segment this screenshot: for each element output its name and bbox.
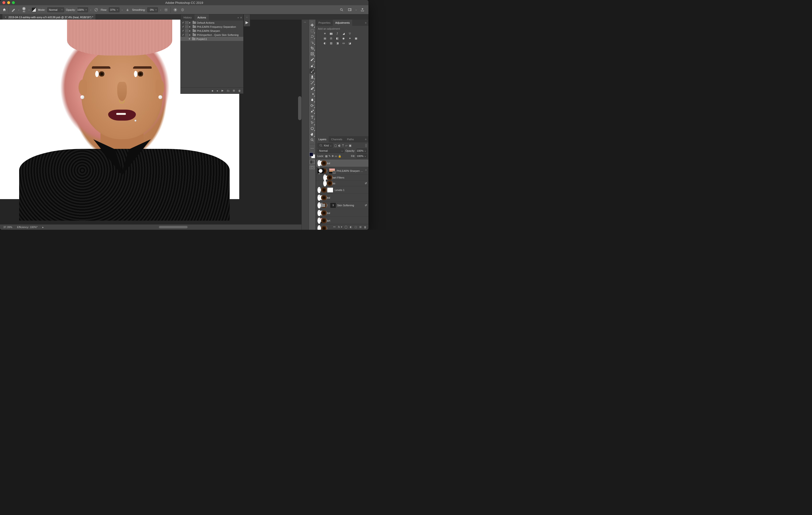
quick-mask-toggle[interactable] [310,160,315,164]
workspace-switcher[interactable] [347,7,352,12]
layer-mask-thumbnail[interactable] [327,188,333,193]
delete-layer-button[interactable]: 🗑 [364,226,367,229]
layer-row[interactable]: 👁 ▸ ⋮ ⊻ Skin Softening ⇄ [316,201,369,209]
zoom-window-button[interactable] [12,1,15,4]
shape-tool[interactable] [309,126,315,131]
action-set-row[interactable]: ✓ ▭ ▸ PHLEARN Frequency Separation [181,25,243,29]
horizontal-scrollbar-track[interactable] [49,226,298,228]
zoom-level[interactable]: 37.39% [3,226,12,229]
layer-name[interactable]: start [325,219,367,222]
collapse-button[interactable]: ‹‹ [246,16,248,19]
visibility-toggle[interactable]: 👁 [317,187,321,193]
dialog-toggle[interactable]: ▭ [185,33,188,36]
color-lookup-icon[interactable]: ▦ [354,36,358,40]
close-window-button[interactable] [2,1,5,4]
expand-toggle[interactable]: ⌃ [365,169,367,172]
layer-row[interactable]: 👁 heal [316,194,369,201]
smart-filters-row[interactable]: 👁 Smart Filters [316,175,369,180]
layer-row[interactable]: 👁 ⋮ PHLEARN Sharpen +1 ⌃ [316,167,369,175]
layer-row[interactable]: 👁 heal [316,160,369,167]
layer-name[interactable]: heal [325,196,367,199]
disclosure-triangle[interactable]: ▸ [189,21,192,24]
lock-all-icon[interactable]: 🔒 [338,154,341,158]
levels-icon[interactable]: ▮▮ [329,32,333,35]
filter-shape-icon[interactable]: ▱ [345,144,347,147]
home-button[interactable] [2,7,7,12]
disclosure-triangle[interactable]: ▸ [189,33,192,36]
brush-tool[interactable] [309,68,315,74]
close-tab-button[interactable]: × [5,16,6,19]
lock-artboard-icon[interactable]: ▭ [335,154,337,158]
action-set-row[interactable]: ✓ ▭ ▸ PiXimperfect - Quick Skin Softenin… [181,33,243,37]
dock-handle-icon[interactable]: •• [303,21,308,23]
pen-tool[interactable] [309,109,315,114]
toggle-checkbox[interactable]: ✓ [182,29,184,32]
new-layer-button[interactable]: ⊞ [359,225,361,229]
symmetry-button[interactable] [180,7,185,12]
layer-row[interactable]: 👁 heal [316,209,369,217]
foreground-color-swatch[interactable] [309,152,313,156]
lock-transparency-icon[interactable]: ▩ [325,154,327,158]
tab-paths[interactable]: Paths [345,136,356,142]
tab-actions[interactable]: Actions [195,15,209,21]
color-balance-icon[interactable]: ⚖ [329,36,333,40]
smoothing-options-button[interactable] [164,7,169,12]
zoom-tool[interactable] [309,137,315,143]
move-tool[interactable] [309,23,315,28]
new-adjustment-button[interactable]: ◐ [350,225,352,229]
visibility-toggle[interactable]: 👁 [323,180,326,187]
new-group-button[interactable]: ▢ [354,225,357,229]
minimize-window-button[interactable] [7,1,10,4]
tab-properties[interactable]: Properties [316,20,333,26]
vertical-scrollbar[interactable] [298,96,301,120]
disclosure-triangle[interactable]: ▸ [189,29,192,32]
panel-menu-button[interactable]: ≡ [365,138,369,141]
tab-channels[interactable]: Channels [329,136,345,142]
lasso-tool[interactable] [309,34,315,39]
toggle-checkbox[interactable]: ✓ [182,25,184,28]
link-layers-button[interactable]: ⚯ [333,225,336,229]
layer-filter-kind[interactable]: Kind [317,143,333,148]
play-button[interactable]: ▶ [222,89,224,92]
smoothing-input[interactable]: 0% [147,7,158,12]
tab-adjustments[interactable]: Adjustments [333,20,352,26]
filter-adjustment-icon[interactable]: ◐ [338,144,341,147]
blending-options-icon[interactable]: ⇄ [365,204,367,207]
group-icon[interactable] [321,204,325,207]
blend-mode-dropdown[interactable]: Normal [47,7,64,12]
group-adj-thumbnail[interactable]: ⊻ [330,203,336,208]
layer-name[interactable]: Skin Softening [337,204,364,207]
photo-filter-icon[interactable]: ◉ [341,36,346,40]
layer-name[interactable]: Levels 1 [335,189,367,192]
chevron-down-icon[interactable]: ⌄ [160,9,162,11]
action-set-row[interactable]: ▾ Purple11 [181,37,243,41]
filter-type-icon[interactable]: T [342,144,344,147]
eraser-tool[interactable] [309,86,315,91]
horizontal-scrollbar-thumb[interactable] [159,226,187,228]
crop-tool[interactable] [309,46,315,51]
document-tab[interactable]: × 2019-04-13-ashley-with-sony-a7r-iii313… [2,15,95,20]
layer-row[interactable]: 👁 ⋮ Levels 1 [316,186,369,194]
fill-input[interactable]: 100% [356,154,367,158]
visibility-toggle[interactable]: 👁 [317,202,321,208]
layer-row[interactable]: 👁 start [316,217,369,224]
action-set-row[interactable]: ✓ ▭ ▸ Default Actions [181,21,243,25]
hue-sat-icon[interactable]: ▤ [323,36,327,40]
gradient-tool[interactable] [309,91,315,97]
pressure-opacity-toggle[interactable] [93,7,99,12]
vibrance-icon[interactable]: ▽ [348,32,352,35]
visibility-toggle[interactable]: 👁 [317,210,321,216]
layer-name[interactable]: heal [325,162,367,165]
history-brush-tool[interactable] [309,80,315,85]
tab-layers[interactable]: Layers [316,136,329,142]
edit-toolbar-button[interactable]: ⋯ [309,146,315,151]
tool-preset-picker[interactable] [11,7,16,12]
pressure-size-toggle[interactable] [173,7,178,12]
disclosure-triangle[interactable]: ▸ [189,25,192,28]
toggle-checkbox[interactable]: ✓ [182,33,184,36]
efficiency-readout[interactable]: Efficiency: 100%* [17,226,37,229]
stop-button[interactable]: ■ [212,89,213,92]
layer-mask-thumbnail[interactable] [317,168,324,173]
tab-history[interactable]: History [181,15,195,21]
chevron-down-icon[interactable]: ⌄ [90,9,92,11]
